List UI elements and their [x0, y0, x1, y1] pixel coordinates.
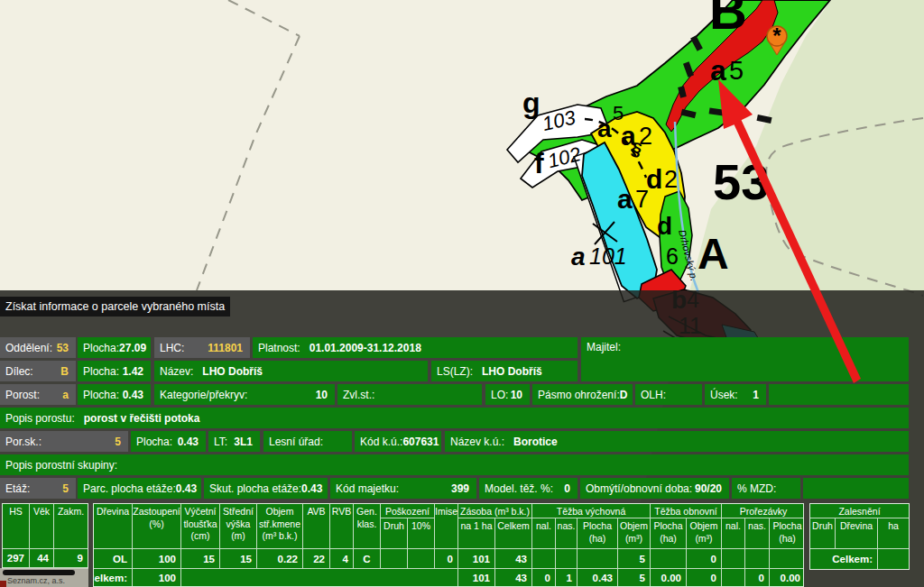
cell-to-plocha: [651, 549, 687, 569]
map-label-53: 53: [713, 153, 769, 210]
col-zasoba-celkem: Celkem: [495, 518, 532, 549]
col-posk-10pct: 10%: [408, 518, 435, 549]
table-hs-box: HS Věk Zakm. 297 44 9: [2, 503, 88, 569]
cell-imise: 0: [435, 549, 458, 569]
map-attribution-text: Seznam.cz, a.s.: [7, 576, 65, 585]
col-to-objem: Objem (m³): [687, 518, 722, 549]
cell-total-zasoba: 43: [495, 569, 532, 587]
cell-total-pr-plocha: 0.00: [770, 569, 804, 587]
field-popis-porostu: Popis porostu:porost v řečišti potoka: [0, 408, 909, 428]
cell-avb: 22: [303, 549, 330, 569]
table-main-box: Dřevina Zastoupení (%) Výčetní tloušťka …: [93, 503, 804, 587]
col-tv-plocha: Plocha (ha): [578, 518, 618, 549]
col-avb: AVB: [303, 504, 330, 549]
row-popis-porostni-skupiny: Popis porostní skupiny:: [0, 454, 910, 475]
group-zalesneni: Zalesnění: [810, 504, 909, 518]
field-parc-plocha-etaze: Parc. plocha etáže:0.43: [78, 478, 201, 499]
cell-total-tv-objem: 5: [618, 569, 651, 587]
field-usek: Úsek:1: [705, 384, 766, 405]
map-label-B: B: [709, 0, 747, 40]
map-tooltip: Získat informace o parcele vybraného mís…: [0, 297, 230, 316]
field-etaz: Etáž:5: [0, 478, 76, 499]
cell-drevina: OL: [94, 549, 133, 569]
map-label-d2-number: 2: [664, 166, 678, 193]
col-posk-druh: Druh: [381, 518, 408, 549]
map-attribution: Seznam.cz, a.s.: [0, 568, 88, 587]
map-label-a5-number: 5: [729, 56, 744, 85]
field-zvl-st: Zvl.st.:: [337, 384, 482, 405]
col-rvb: RVB: [330, 504, 354, 549]
col-zales-ha: ha: [878, 518, 909, 549]
col-objem-kmene: Objem stř.kmene (m³ b.k.): [257, 504, 303, 549]
col-tv-objem: Objem (m³): [618, 518, 651, 549]
field-por-sk: Por.sk.:5: [0, 431, 128, 452]
col-vek: Věk: [30, 504, 54, 549]
cell-posk-druh: [381, 549, 408, 569]
cell-na-1-ha: 101: [458, 549, 495, 569]
field-kod-ku: Kód k.ú.:607631: [355, 431, 441, 452]
col-zales-drevina: Dřevina: [836, 518, 878, 549]
col-drevina: Dřevina: [94, 504, 133, 549]
map-label-f: f: [534, 147, 544, 179]
map-scale-bar: [3, 570, 75, 575]
cell-zastoupeni: 100: [133, 549, 181, 569]
col-pr-nal: nal.: [722, 518, 745, 549]
col-stredni-vyska: Střední výška (m): [220, 504, 257, 549]
map-label-6: 6: [666, 243, 679, 269]
field-kategorie-prekryv: Kategorie/překryv:10: [154, 384, 335, 405]
cell-vek: 44: [30, 549, 54, 568]
cell-zales-ha: [878, 549, 909, 569]
field-lslz: LS(LZ):LHO Dobříš: [431, 361, 578, 381]
field-plocha-oddeleni: Plocha:27.09: [78, 337, 151, 358]
field-nazev: Název:LHO Dobříš: [154, 361, 428, 381]
group-tezba-obnovni: Těžba obnovní: [651, 504, 722, 518]
map-label-g: g: [522, 87, 541, 119]
cell-total-to-plocha: 0.00: [651, 569, 687, 587]
map-corner-fragment: [0, 581, 6, 587]
row-dilec: Dílec:B Plocha:1.42 Název:LHO Dobříš LS(…: [0, 361, 910, 381]
cell-total-label: Celkem:: [94, 569, 133, 587]
row-etaz: Etáž:5 Parc. plocha etáže:0.43 Skut. plo…: [0, 478, 910, 499]
cell-total-zastoupeni: 100: [133, 569, 181, 587]
cell-vyska: 15: [220, 549, 257, 569]
cell-zakm: 9: [54, 549, 88, 568]
map-label-d: d: [657, 212, 672, 240]
field-nazev-ku: Název k.ú.:Borotice: [445, 431, 909, 452]
cell-tv-plocha: [578, 549, 618, 569]
col-tv-nas: nas.: [556, 518, 578, 549]
col-tv-nal: nal.: [532, 518, 556, 549]
cell-hs: 297: [3, 549, 30, 568]
col-gen-klas: Gen. klas.: [354, 504, 381, 549]
cell-tv-objem: 5: [618, 549, 651, 569]
col-imise: Imise: [435, 504, 458, 549]
field-lhc: LHC:111801: [154, 337, 250, 358]
group-zasoba: Zásoba (m³ b.k.): [458, 504, 532, 518]
cell-gen-klas: C: [354, 549, 381, 569]
field-pasmo-ohrozeni: Pásmo ohrožení:D: [532, 384, 633, 405]
field-popis-porostni-skupiny: Popis porostní skupiny:: [0, 454, 909, 475]
field-plocha-por-sk: Plocha:0.43: [131, 431, 206, 452]
field-dilec: Dílec:B: [0, 361, 76, 381]
col-vycetni-tloustka: Výčetní tloušťka (cm): [181, 504, 220, 549]
field-model-tez: Model. těž. %:0: [479, 478, 578, 499]
field-platnost: Platnost:01.01.2009-31.12.2018: [253, 337, 578, 358]
row-porost: Porost:a Plocha:0.43 Kategorie/překryv:1…: [0, 384, 910, 405]
map-label-a7-letter: a: [617, 184, 633, 214]
cell-total-empty: [181, 569, 458, 587]
cell-to-objem: 0: [687, 549, 722, 569]
col-pr-nas: nas.: [745, 518, 770, 549]
field-plocha-porost: Plocha:0.43: [78, 384, 151, 405]
cell-total-tv-nal: 0: [532, 569, 556, 587]
cell-pr-plocha: [770, 549, 804, 569]
group-tezba-vychovna: Těžba výchovná: [532, 504, 651, 518]
map-label-a-small: a: [597, 115, 612, 142]
cell-total-pr-nal: [722, 569, 745, 587]
col-zastoupeni: Zastoupení (%): [133, 504, 181, 549]
cell-tv-nal: [532, 549, 556, 569]
col-zales-druh: Druh: [810, 518, 836, 549]
field-empty-r7: [803, 478, 909, 499]
field-porost: Porost:a: [0, 384, 76, 405]
cell-vycetni: 15: [181, 549, 220, 569]
field-lt: LT:3L1: [208, 431, 260, 452]
row-por-sk: Por.sk.:5 Plocha:0.43 LT:3L1 Lesní úřad:…: [0, 431, 910, 452]
